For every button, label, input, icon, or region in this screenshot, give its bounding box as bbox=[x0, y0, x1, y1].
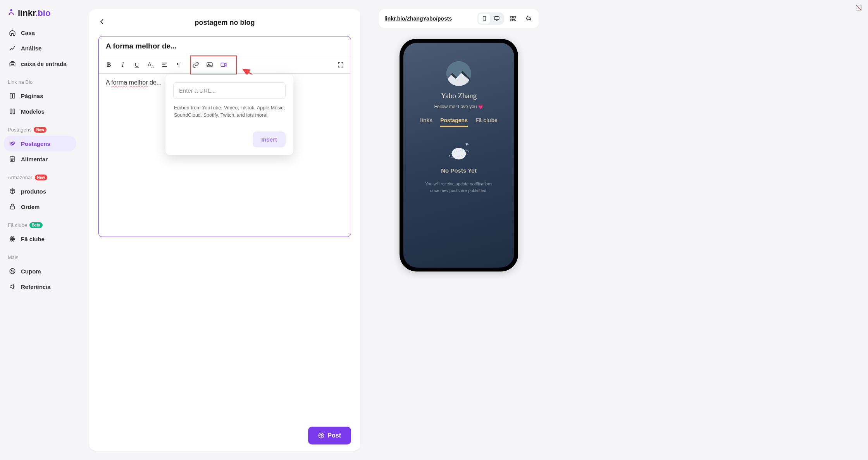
tab-links[interactable]: links bbox=[420, 117, 432, 127]
svg-point-19 bbox=[13, 272, 14, 273]
sidebar-item-label: Fã clube bbox=[21, 236, 45, 242]
sidebar-section-armazenar: ArmazenarNew bbox=[4, 171, 76, 183]
phone-preview: Yabo Zhang Follow me! Love you💗 links Po… bbox=[400, 39, 518, 272]
svg-rect-12 bbox=[10, 206, 15, 209]
embed-url-popover: Embed from YouTube, Vimeo, TikTok, Apple… bbox=[165, 74, 293, 155]
sidebar-item-label: produtos bbox=[21, 188, 46, 195]
svg-point-9 bbox=[9, 141, 15, 146]
svg-point-4 bbox=[13, 64, 14, 65]
sidebar-item-fã-clube[interactable]: Fã clube bbox=[4, 231, 76, 247]
svg-point-32 bbox=[452, 148, 466, 159]
align-button[interactable] bbox=[158, 59, 171, 71]
svg-rect-6 bbox=[13, 93, 15, 98]
logo-text-2: .bio bbox=[35, 8, 50, 18]
sidebar-section-fã-clube: Fã clubeBeta bbox=[4, 219, 76, 231]
sidebar-section-link-na-bio: Link na Bio bbox=[4, 76, 76, 88]
pages-icon bbox=[9, 92, 16, 100]
templates-icon bbox=[9, 107, 16, 115]
sidebar-item-referência[interactable]: Referência bbox=[4, 279, 76, 294]
qr-code-button[interactable] bbox=[507, 12, 519, 25]
empty-state-subtitle: You will receive update notifications on… bbox=[424, 181, 494, 194]
planet-icon bbox=[445, 142, 472, 162]
sidebar-item-label: Análise bbox=[21, 45, 41, 52]
image-button[interactable] bbox=[203, 59, 216, 71]
tab-fa-clube[interactable]: Fã clube bbox=[475, 117, 498, 127]
badge-beta: Beta bbox=[29, 222, 43, 228]
device-toggle bbox=[477, 12, 504, 25]
post-button[interactable]: Post bbox=[308, 427, 351, 444]
preview-url[interactable]: linkr.bio/ZhangYabo/posts bbox=[383, 13, 474, 24]
svg-point-10 bbox=[12, 143, 14, 145]
svg-rect-25 bbox=[494, 17, 499, 20]
avatar[interactable] bbox=[446, 61, 471, 86]
svg-point-13 bbox=[12, 239, 13, 240]
percent-icon bbox=[9, 267, 16, 275]
underline-button[interactable]: U bbox=[131, 59, 143, 71]
share-button[interactable] bbox=[522, 12, 535, 25]
embed-url-input[interactable] bbox=[173, 82, 286, 99]
sidebar-item-casa[interactable]: Casa bbox=[4, 25, 76, 40]
sidebar-item-cupom[interactable]: Cupom bbox=[4, 263, 76, 279]
post-title-input[interactable]: A forma melhor de... bbox=[99, 36, 351, 56]
svg-rect-28 bbox=[511, 19, 513, 21]
font-size-button[interactable]: AA bbox=[145, 59, 157, 71]
paragraph-button[interactable]: ¶: bbox=[172, 59, 185, 71]
lock-icon bbox=[9, 203, 16, 211]
mobile-view-button[interactable] bbox=[479, 14, 490, 24]
italic-button[interactable]: I bbox=[117, 59, 129, 71]
profile-name: Yabo Zhang bbox=[441, 92, 477, 100]
chart-icon bbox=[9, 44, 16, 52]
sidebar-item-label: Postagens bbox=[21, 140, 50, 147]
preview-panel: linkr.bio/ZhangYabo/posts Yabo Zhang Fol… bbox=[370, 0, 548, 460]
insert-button[interactable]: Insert bbox=[253, 131, 286, 147]
editor-panel: postagem no blog A forma melhor de... B … bbox=[89, 9, 360, 451]
svg-rect-5 bbox=[10, 93, 12, 98]
svg-rect-29 bbox=[514, 19, 515, 20]
sidebar-item-análise[interactable]: Análise bbox=[4, 40, 76, 56]
profile-bio: Follow me! Love you💗 bbox=[434, 104, 483, 109]
sidebar-item-label: Referência bbox=[21, 284, 51, 290]
home-icon bbox=[9, 29, 16, 36]
badge-new: New bbox=[34, 127, 46, 133]
fullscreen-button[interactable] bbox=[334, 59, 347, 71]
svg-point-2 bbox=[11, 64, 12, 65]
sidebar-item-caixa-de-entrada[interactable]: caixa de entrada bbox=[4, 56, 76, 71]
svg-point-3 bbox=[12, 64, 13, 65]
sidebar-item-modelos[interactable]: Modelos bbox=[4, 104, 76, 119]
bold-button[interactable]: B bbox=[103, 59, 115, 71]
cube-icon bbox=[9, 187, 16, 195]
broken-image-icon bbox=[855, 4, 863, 12]
empty-state-title: No Posts Yet bbox=[441, 167, 476, 174]
svg-rect-26 bbox=[511, 16, 513, 18]
sidebar-item-páginas[interactable]: Páginas bbox=[4, 88, 76, 104]
sidebar-item-postagens[interactable]: Postagens bbox=[4, 136, 76, 151]
sidebar-item-alimentar[interactable]: Alimentar bbox=[4, 151, 76, 167]
content-text: A forma melhor de... bbox=[106, 79, 162, 86]
page-title: postagem no blog bbox=[98, 19, 351, 27]
svg-rect-27 bbox=[514, 16, 516, 18]
svg-rect-8 bbox=[13, 109, 15, 114]
sidebar-item-label: Páginas bbox=[21, 93, 43, 99]
back-button[interactable] bbox=[98, 18, 105, 27]
desktop-view-button[interactable] bbox=[491, 14, 503, 24]
sidebar-item-label: Casa bbox=[21, 29, 35, 36]
brand-logo[interactable]: linkr.bio bbox=[4, 8, 76, 25]
sidebar-item-label: Ordem bbox=[21, 204, 40, 210]
video-embed-button[interactable] bbox=[217, 59, 230, 71]
inbox-icon bbox=[9, 60, 16, 67]
svg-rect-22 bbox=[221, 63, 225, 67]
sidebar-item-ordem[interactable]: Ordem bbox=[4, 199, 76, 214]
svg-point-18 bbox=[11, 270, 12, 271]
sidebar-item-label: caixa de entrada bbox=[21, 61, 67, 67]
post-content-area[interactable]: A forma melhor de... Embed from YouTube,… bbox=[99, 74, 351, 237]
upload-icon bbox=[318, 432, 324, 439]
link-button[interactable] bbox=[189, 59, 202, 71]
sidebar-item-label: Cupom bbox=[21, 268, 41, 275]
svg-rect-7 bbox=[10, 109, 12, 114]
tab-postagens[interactable]: Postagens bbox=[440, 117, 468, 127]
globe-icon bbox=[9, 140, 16, 147]
sidebar-item-produtos[interactable]: produtos bbox=[4, 183, 76, 199]
editor-toolbar: B I U AA ¶: bbox=[99, 56, 351, 74]
badge-new: New bbox=[35, 175, 48, 180]
svg-point-0 bbox=[10, 9, 12, 12]
